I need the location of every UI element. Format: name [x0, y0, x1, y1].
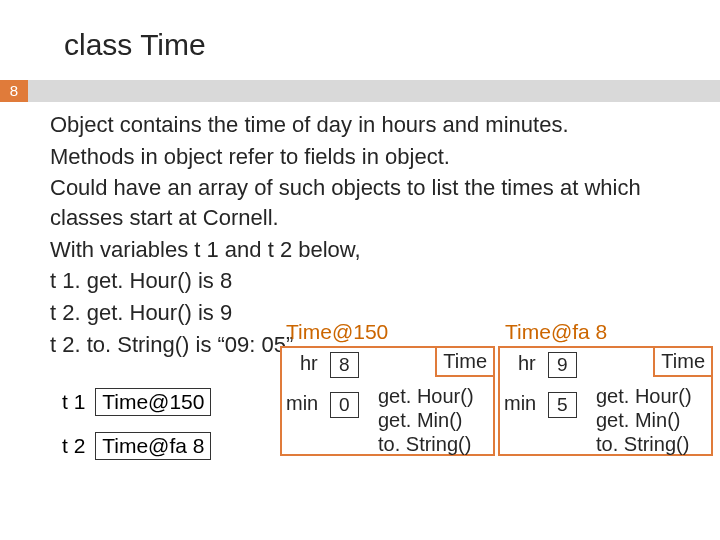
- field-label-min: min: [504, 392, 536, 415]
- object-diagrams: Time@150 Time hr 8 min 0 get. Hour() get…: [280, 320, 710, 500]
- method: to. String(): [596, 432, 692, 456]
- field-value-hr: 8: [330, 352, 359, 378]
- method: get. Hour(): [378, 384, 474, 408]
- slide-title: class Time: [64, 28, 206, 62]
- body-line: With variables t 1 and t 2 below,: [50, 235, 700, 265]
- type-tab: Time: [653, 346, 713, 377]
- object-id-label: Time@150: [286, 320, 388, 344]
- field-label-hr: hr: [300, 352, 318, 375]
- field-value-min: 5: [548, 392, 577, 418]
- method: get. Hour(): [596, 384, 692, 408]
- method-list: get. Hour() get. Min() to. String(): [378, 384, 474, 456]
- object-box-a: Time hr 8 min 0 get. Hour() get. Min() t…: [280, 346, 495, 456]
- field-value-min: 0: [330, 392, 359, 418]
- page-number-badge: 8: [0, 80, 28, 102]
- object-id-label: Time@fa 8: [505, 320, 607, 344]
- variable-value-box: Time@fa 8: [95, 432, 211, 460]
- variable-value-box: Time@150: [95, 388, 211, 416]
- variable-t2: t 2 Time@fa 8: [62, 432, 211, 460]
- body-line: Object contains the time of day in hours…: [50, 110, 700, 140]
- method-list: get. Hour() get. Min() to. String(): [596, 384, 692, 456]
- header-bar: [28, 80, 720, 102]
- variable-t1: t 1 Time@150: [62, 388, 211, 416]
- field-label-min: min: [286, 392, 318, 415]
- method: get. Min(): [596, 408, 692, 432]
- field-label-hr: hr: [518, 352, 536, 375]
- body-line: Could have an array of such objects to l…: [50, 173, 700, 232]
- method: get. Min(): [378, 408, 474, 432]
- body-line: t 1. get. Hour() is 8: [50, 266, 700, 296]
- type-tab: Time: [435, 346, 495, 377]
- variable-label: t 2: [62, 434, 85, 458]
- object-box-b: Time hr 9 min 5 get. Hour() get. Min() t…: [498, 346, 713, 456]
- body-line: Methods in object refer to fields in obj…: [50, 142, 700, 172]
- variable-label: t 1: [62, 390, 85, 414]
- method: to. String(): [378, 432, 474, 456]
- field-value-hr: 9: [548, 352, 577, 378]
